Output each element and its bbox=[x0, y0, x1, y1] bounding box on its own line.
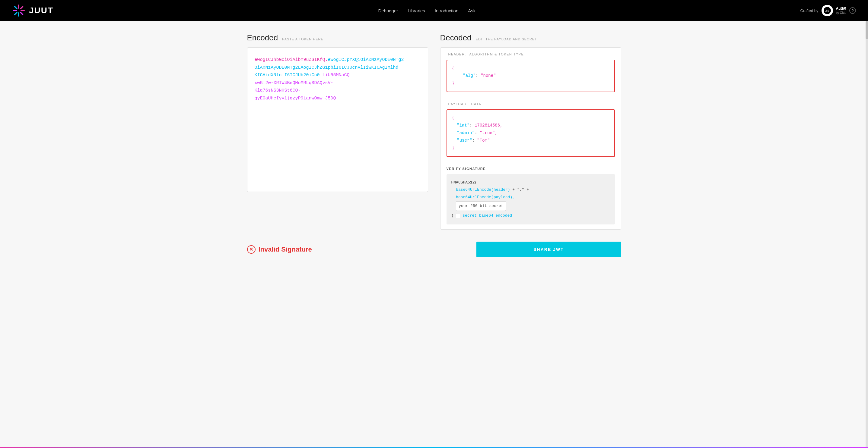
b64-row: ) secret base64 encoded bbox=[451, 212, 610, 220]
header-section: HEADER: ALGORITHM & TOKEN TYPE { "alg": … bbox=[440, 47, 621, 97]
navbar-center: Debugger Libraries Introduction Ask bbox=[378, 8, 475, 13]
invalid-label: Invalid Signature bbox=[258, 245, 312, 253]
verify-section: VERIFY SIGNATURE HMACSHA512( base64UrlEn… bbox=[440, 162, 621, 229]
svg-line-6 bbox=[21, 7, 23, 9]
invalid-icon: ✕ bbox=[247, 245, 255, 254]
json-iat-line: "iat": 1702814586, bbox=[452, 123, 503, 128]
json-close-brace: } bbox=[452, 81, 454, 85]
verify-close-paren: ) bbox=[451, 212, 454, 220]
token-dot1: . bbox=[325, 57, 328, 62]
encoded-header: Encoded PASTE A TOKEN HERE bbox=[247, 33, 428, 42]
nav-libraries[interactable]: Libraries bbox=[408, 8, 425, 13]
token-part1: ewogICJhbGciOiAibm9uZSIKfQ bbox=[255, 57, 325, 62]
logo-icon bbox=[12, 4, 25, 17]
verify-line1: base64UrlEncode(header) bbox=[451, 187, 510, 192]
json-open-brace: { bbox=[452, 66, 454, 70]
svg-text:A0: A0 bbox=[825, 9, 829, 13]
verify-label: VERIFY SIGNATURE bbox=[446, 167, 615, 171]
verify-line2: base64UrlEncode(payload), bbox=[451, 195, 515, 200]
main-content: Encoded PASTE A TOKEN HERE ewogICJhbGciO… bbox=[238, 21, 630, 236]
navbar-left: JUUT bbox=[12, 4, 53, 17]
encoded-subtitle: PASTE A TOKEN HERE bbox=[282, 37, 323, 41]
nav-introduction[interactable]: Introduction bbox=[435, 8, 458, 13]
svg-line-4 bbox=[15, 7, 17, 9]
verify-fn: HMACSHA512( bbox=[451, 180, 477, 185]
encoded-column: Encoded PASTE A TOKEN HERE ewogICJhbGciO… bbox=[247, 33, 428, 230]
decoded-panel: HEADER: ALGORITHM & TOKEN TYPE { "alg": … bbox=[440, 47, 621, 230]
nav-ask[interactable]: Ask bbox=[468, 8, 475, 13]
invalid-signature: ✕ Invalid Signature bbox=[247, 245, 312, 254]
payload-section: PAYLOAD: DATA { "iat": 1702814586, "admi… bbox=[440, 97, 621, 162]
scrollbar[interactable] bbox=[866, 21, 868, 448]
share-jwt-button[interactable]: SHARE JWT bbox=[476, 242, 621, 257]
verify-secret-row: your-256-bit-secret bbox=[451, 204, 506, 208]
header-label: HEADER: ALGORITHM & TOKEN TYPE bbox=[446, 53, 615, 56]
svg-line-7 bbox=[15, 12, 17, 14]
svg-line-5 bbox=[21, 12, 23, 14]
auth0-logo-icon: A0 bbox=[823, 7, 831, 14]
columns: Encoded PASTE A TOKEN HERE ewogICJhbGciO… bbox=[247, 33, 621, 230]
json-user-line: "user": "Tom" bbox=[452, 138, 490, 143]
auth0-text: Auth0 bbox=[836, 6, 846, 11]
b64-checkbox[interactable] bbox=[456, 214, 460, 218]
auth0-okta-text: by Okta bbox=[836, 11, 846, 15]
crafted-by-label: Crafted by bbox=[800, 8, 818, 13]
bottom-bar: ✕ Invalid Signature SHARE JWT bbox=[238, 236, 630, 266]
payload-label: PAYLOAD: DATA bbox=[446, 102, 615, 106]
decoded-title: Decoded bbox=[440, 33, 471, 42]
decoded-subtitle: EDIT THE PAYLOAD AND SECRET bbox=[476, 37, 537, 41]
header-json-box[interactable]: { "alg": "none" } bbox=[446, 60, 615, 92]
scrollbar-thumb[interactable] bbox=[866, 21, 868, 39]
help-button[interactable]: ? bbox=[849, 7, 856, 14]
json-admin-line: "admin": "true", bbox=[452, 131, 497, 135]
bottom-accent bbox=[0, 447, 868, 448]
b64-label: secret base64 encoded bbox=[463, 212, 512, 220]
navbar-right: Crafted by A0 Auth0 by Okta ? bbox=[800, 5, 856, 16]
payload-json-box[interactable]: { "iat": 1702814586, "admin": "true", "u… bbox=[446, 109, 615, 157]
decoded-column: Decoded EDIT THE PAYLOAD AND SECRET HEAD… bbox=[440, 33, 621, 230]
logo-text: JUUT bbox=[29, 6, 53, 15]
json-alg-line: "alg": "none" bbox=[452, 73, 496, 78]
nav-debugger[interactable]: Debugger bbox=[378, 8, 398, 13]
verify-box: HMACSHA512( base64UrlEncode(header) + ".… bbox=[446, 174, 615, 225]
secret-input[interactable]: your-256-bit-secret bbox=[456, 201, 506, 211]
token-dot2: . bbox=[320, 73, 322, 78]
encoded-box[interactable]: ewogICJhbGciOiAibm9uZSIKfQ.ewogICJpYXQiO… bbox=[247, 47, 428, 192]
decoded-header: Decoded EDIT THE PAYLOAD AND SECRET bbox=[440, 33, 621, 42]
navbar: JUUT Debugger Libraries Introduction Ask… bbox=[0, 0, 868, 21]
auth0-badge: A0 bbox=[822, 5, 833, 16]
encoded-title: Encoded bbox=[247, 33, 278, 42]
